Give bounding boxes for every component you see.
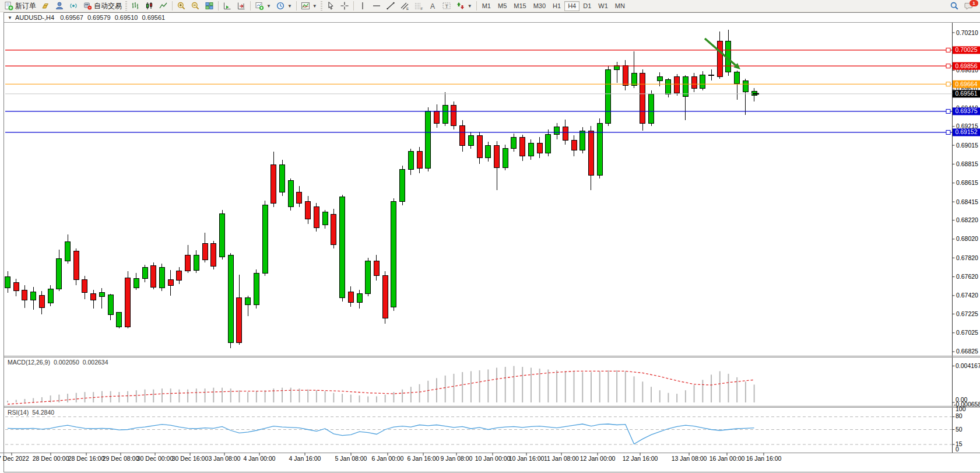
chart-menu-caret[interactable]: ▼ bbox=[8, 15, 12, 20]
clock-icon bbox=[276, 1, 285, 10]
dropdown-caret: ▼ bbox=[266, 3, 271, 9]
timeframe-W1[interactable]: W1 bbox=[595, 1, 612, 11]
timeframe-M15[interactable]: M15 bbox=[510, 1, 529, 11]
svg-text:0.70025: 0.70025 bbox=[956, 46, 978, 53]
vertical-line-icon bbox=[358, 1, 367, 10]
account-icon bbox=[55, 1, 64, 10]
auto-trading-button[interactable]: 自动交易 bbox=[80, 1, 124, 12]
channel-icon: E bbox=[400, 1, 409, 10]
timeframe-D1[interactable]: D1 bbox=[579, 1, 595, 11]
svg-text:12 Jan 16:00: 12 Jan 16:00 bbox=[623, 455, 658, 462]
svg-text:0.004167: 0.004167 bbox=[956, 362, 980, 369]
deposit-button[interactable] bbox=[38, 1, 52, 12]
quote-low: 0.69510 bbox=[115, 14, 138, 21]
svg-text:0.68815: 0.68815 bbox=[956, 160, 978, 167]
horizontal-line-icon bbox=[372, 1, 381, 10]
svg-text:0: 0 bbox=[956, 446, 959, 453]
toolbar-grip bbox=[125, 1, 127, 10]
line-chart-icon bbox=[159, 1, 168, 10]
timeframe-H1[interactable]: H1 bbox=[549, 1, 564, 11]
cursor-button[interactable] bbox=[324, 1, 338, 12]
fibonacci-button[interactable]: F bbox=[412, 1, 426, 12]
svg-text:100: 100 bbox=[956, 405, 966, 412]
svg-text:0.68615: 0.68615 bbox=[956, 179, 978, 186]
crosshair-icon bbox=[340, 1, 349, 10]
zoom-out-button[interactable] bbox=[188, 1, 202, 12]
time-axis[interactable]: 27 Dec 202228 Dec 00:0028 Dec 16:0029 De… bbox=[0, 453, 782, 462]
dropdown-caret: ▼ bbox=[287, 3, 292, 9]
trendline-icon bbox=[386, 1, 395, 10]
text-button[interactable]: A bbox=[426, 1, 440, 12]
candlestick-chart-button[interactable] bbox=[142, 1, 156, 12]
svg-text:30 Dec 16:00: 30 Dec 16:00 bbox=[172, 455, 209, 462]
rsi-pane bbox=[5, 417, 953, 444]
svg-text:0.69152: 0.69152 bbox=[956, 128, 978, 135]
accounts-button[interactable] bbox=[52, 1, 66, 12]
horizontal-level-lines[interactable] bbox=[5, 48, 953, 134]
toolbar-separator bbox=[250, 1, 251, 10]
vertical-line-button[interactable] bbox=[356, 1, 370, 12]
line-handle bbox=[946, 109, 950, 113]
chart-shift-button[interactable] bbox=[234, 1, 248, 12]
zoom-in-button[interactable] bbox=[174, 1, 188, 12]
toolbar-separator bbox=[476, 1, 477, 10]
svg-text:E: E bbox=[406, 7, 409, 10]
auto-trading-icon bbox=[83, 1, 92, 10]
new-order-button[interactable]: 新订单 bbox=[2, 1, 38, 12]
svg-text:0.69375: 0.69375 bbox=[956, 107, 978, 114]
period-button[interactable]: ▼ bbox=[273, 1, 294, 12]
notifications-button[interactable]: 1 bbox=[961, 1, 977, 12]
auto-scroll-button[interactable] bbox=[220, 1, 234, 12]
text-label-icon: T bbox=[442, 1, 451, 10]
pane-borders bbox=[0, 22, 980, 453]
quote-high: 0.69579 bbox=[87, 14, 111, 21]
svg-text:0.69664: 0.69664 bbox=[956, 80, 978, 87]
svg-text:0.69856: 0.69856 bbox=[956, 62, 978, 69]
indicators-icon bbox=[301, 1, 310, 10]
timeframe-M30[interactable]: M30 bbox=[530, 1, 549, 11]
line-chart-button[interactable] bbox=[156, 1, 170, 12]
timeframe-M1[interactable]: M1 bbox=[479, 1, 494, 11]
new-chart-button[interactable]: ▼ bbox=[252, 1, 273, 12]
equidistant-channel-button[interactable]: E bbox=[398, 1, 412, 12]
svg-text:30 Dec 00:00: 30 Dec 00:00 bbox=[137, 455, 174, 462]
search-button[interactable] bbox=[947, 1, 961, 12]
timeframe-M5[interactable]: M5 bbox=[494, 1, 510, 11]
tile-windows-button[interactable] bbox=[202, 1, 216, 12]
crosshair-button[interactable] bbox=[338, 1, 352, 12]
rsi-label: RSI(14)54.2840 bbox=[8, 409, 58, 416]
svg-text:0.67820: 0.67820 bbox=[956, 254, 978, 261]
svg-text:16 Jan 16:00: 16 Jan 16:00 bbox=[746, 455, 782, 462]
tile-windows-icon bbox=[205, 1, 214, 10]
fibonacci-icon: F bbox=[414, 1, 423, 10]
timeframe-MN[interactable]: MN bbox=[612, 1, 628, 11]
svg-text:10 Jan 00:00: 10 Jan 00:00 bbox=[475, 455, 511, 462]
price-axis[interactable]: 0.702100.700100.698100.696100.694100.692… bbox=[953, 29, 980, 355]
text-label-button[interactable]: T bbox=[440, 1, 454, 12]
svg-text:0.68415: 0.68415 bbox=[956, 198, 978, 205]
new-chart-icon bbox=[255, 1, 264, 10]
svg-text:0.68020: 0.68020 bbox=[956, 235, 978, 242]
indicators-button[interactable]: ▼ bbox=[298, 1, 319, 12]
arrows-button[interactable]: ▼ bbox=[454, 1, 475, 12]
svg-text:F: F bbox=[420, 7, 423, 10]
signals-button[interactable] bbox=[66, 1, 80, 12]
trendline-button[interactable] bbox=[384, 1, 398, 12]
svg-text:16 Jan 00:00: 16 Jan 00:00 bbox=[709, 455, 745, 462]
svg-text:0.67620: 0.67620 bbox=[956, 273, 978, 280]
rsi-axis[interactable]: 1008050150 bbox=[953, 405, 966, 453]
svg-text:A: A bbox=[430, 2, 435, 10]
chart-canvas[interactable]: 0.702100.700100.698100.696100.694100.692… bbox=[0, 0, 980, 473]
horizontal-line-button[interactable] bbox=[370, 1, 384, 12]
svg-text:0.69015: 0.69015 bbox=[956, 142, 978, 149]
timeframe-H4[interactable]: H4 bbox=[564, 1, 579, 11]
svg-text:5 Jan 08:00: 5 Jan 08:00 bbox=[335, 455, 367, 462]
macd-axis[interactable]: 0.0041670.00-0.000658 bbox=[953, 362, 980, 408]
bar-chart-button[interactable] bbox=[128, 1, 142, 12]
svg-text:3 Jan 08:00: 3 Jan 08:00 bbox=[209, 455, 241, 462]
toolbar-grip bbox=[321, 1, 322, 10]
svg-text:50: 50 bbox=[956, 426, 963, 433]
macd-pane bbox=[7, 366, 755, 404]
svg-text:0.67225: 0.67225 bbox=[956, 310, 978, 317]
toolbar-separator bbox=[353, 1, 354, 10]
